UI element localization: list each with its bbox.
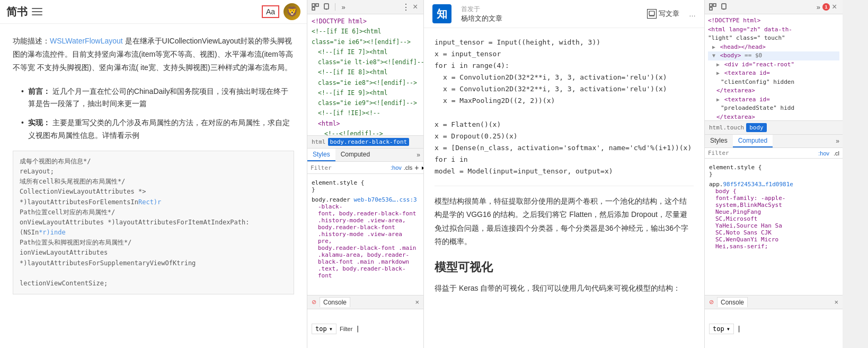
css-prop-3: .history-mode .view-area, (312, 217, 419, 224)
css-prop-6: body.reader-black-font .main (312, 245, 419, 251)
css-source-link[interactable]: web-b70e536….css:3 (353, 196, 417, 203)
code-line: Path位置头和脚视图对应的布局属性*/ (20, 238, 287, 248)
right-console-top-dropdown[interactable]: top ▾ (709, 324, 734, 334)
article2-text2: 得益于 Keras 自带的可视化，我们可以使用几句代码来可视化模型的结构： (435, 282, 694, 295)
code-line-3: for i in range(4): (435, 60, 694, 72)
code-line-11: model = Model(input=input_tensor, output… (435, 166, 694, 177)
code-block: 成每个视图的布局信息*/ reLayout; 域所有cell和头尾视图的布局属性… (13, 151, 294, 294)
left-header: 简书 Aa 🦁 (0, 0, 307, 24)
right-css-app-selector: app. (709, 181, 723, 188)
svg-rect-10 (722, 4, 726, 9)
right-breadcrumb-html[interactable]: html.touch (709, 124, 744, 131)
zhihu-logo: 知 (432, 4, 451, 23)
html-line-doctype: <!DOCTYPE html> (307, 16, 423, 27)
right-more-btn[interactable]: » (817, 3, 820, 11)
console-top-label: top (315, 325, 327, 333)
console-block-icon: ⊘ (312, 299, 316, 306)
right-css-sc: SC,Microsoft (709, 215, 838, 222)
css-selector-element: element.style { (312, 179, 419, 186)
console-top-dropdown[interactable]: top ▾ (312, 324, 336, 334)
article-intro-text: 功能描述：WSLWaterFlowLayout 是在继承于UICollectio… (13, 34, 294, 75)
code-snippet: input_tensor = Input((height, width, 3))… (435, 37, 694, 177)
bullet-1-label: 前言： (28, 87, 50, 95)
more-tools-btn[interactable]: » (339, 2, 348, 12)
filter-cls-btn[interactable]: .cls (404, 164, 413, 171)
code-line-4: x = Convolution2D(32*2**i, 3, 3, activat… (435, 72, 694, 83)
right-tab-computed[interactable]: Computed (733, 135, 773, 147)
console-tab-left[interactable]: Console (320, 297, 350, 307)
html-line-notie: <!--[if !IE]><!-- (307, 108, 423, 118)
right-css-font-family: font-family: -apple- (709, 195, 838, 202)
breadcrumb-bar: html body.reader-black-font (307, 135, 423, 149)
css-prop-7: .kalamu-area, body.reader- (312, 251, 419, 258)
right-console-prompt[interactable]: | (737, 325, 838, 333)
right-css-block-element: element.style { } (709, 164, 838, 178)
right-breadcrumb: html.touch body (705, 120, 843, 135)
device-icon[interactable] (322, 2, 332, 12)
svg-rect-2 (316, 4, 318, 6)
code-link-1[interactable]: Rect)r (138, 198, 161, 206)
code-link-2[interactable]: *r)inde (39, 229, 66, 236)
tab-styles[interactable]: Styles (307, 149, 335, 161)
filter-input[interactable] (311, 164, 388, 171)
right-inspect-icon[interactable] (708, 2, 718, 12)
right-tabs-more[interactable]: » (836, 137, 839, 145)
console-filter-btn[interactable]: Filter (340, 326, 352, 332)
inspect-icon[interactable] (311, 2, 320, 12)
right-css-body: body { (709, 188, 838, 195)
right-console-body: top ▾ | (705, 309, 843, 348)
console-prompt[interactable]: | (356, 325, 419, 333)
code-tring: tring (176, 259, 196, 267)
html-line-html: <html> (307, 119, 423, 129)
code-line: ionViewLayoutAttributes *)layoutAttribut… (20, 248, 287, 268)
r-html-line: "light" class=" touch" (708, 34, 839, 43)
devtools-close-button[interactable]: × (413, 3, 420, 11)
right-filter-hov[interactable]: :hov (818, 150, 829, 156)
console-body-left: top ▾ Filter | (307, 309, 423, 348)
html-line-ie8b: class="ie ie8"><![endif]--> (307, 78, 423, 88)
menu-icon[interactable] (32, 8, 42, 15)
more-btn[interactable]: … (689, 10, 696, 18)
write-btn[interactable]: 写文章 (647, 9, 679, 19)
right-styles-tabs: Styles Computed » (705, 135, 843, 148)
right-filter-bar: :hov .cl (705, 148, 843, 159)
right-close-button[interactable]: × (832, 3, 839, 11)
right-console-close[interactable]: × (834, 298, 838, 306)
console-close-left[interactable]: × (415, 298, 419, 306)
devtools-menu-icon[interactable]: ⋮ (401, 2, 411, 12)
breadcrumb-html[interactable]: html (312, 138, 326, 145)
author-name[interactable]: 杨培文的文章 (461, 14, 502, 23)
right-device-icon[interactable] (720, 2, 729, 12)
html-line-ie7: <!--[if IE 7]><html (307, 47, 423, 57)
filter-plus-btn[interactable]: + (414, 163, 419, 172)
right-console-tab[interactable]: Console (717, 297, 748, 307)
r-html-body-selected[interactable]: ▼ <body> == $0 (708, 51, 839, 60)
right-styles-panel: element.style { } app.98f5f245343…f1d098… (705, 159, 843, 295)
code-line-10: x = [Dense(n_class, activation='softmax'… (435, 142, 694, 166)
right-filter-input[interactable] (708, 150, 816, 156)
right-css-block-app: app.98f5f245343…f1d0981e body { font-fam… (709, 181, 838, 250)
article-link[interactable]: WSLWaterFlowLayout (50, 37, 123, 45)
right-css-wq: SC,WenQuanYi Micro (709, 236, 838, 243)
breadcrumb-body[interactable]: body.reader-black-font (328, 138, 410, 146)
right-dropdown-arrow: ▾ (727, 325, 730, 333)
right-filter-cls[interactable]: .cl (834, 150, 839, 156)
right-css-source-link[interactable]: 98f5f245343…f1d0981e (723, 181, 793, 188)
r-html-line: ▶ <div id="react-root" (708, 60, 839, 69)
right-css-brace: } (709, 171, 838, 178)
r-html-line: </textarea> (708, 113, 839, 121)
tabs-more-btn[interactable]: » (417, 151, 420, 159)
right-breadcrumb-body-active[interactable]: body (746, 123, 767, 132)
svg-rect-1 (312, 7, 315, 10)
font-size-button[interactable]: Aa (262, 5, 279, 18)
filter-hov-btn[interactable]: :hov (391, 164, 402, 171)
avatar[interactable]: 🦁 (284, 3, 300, 20)
css-prop-2: font, body.reader-black-font (312, 210, 419, 217)
code-line: onViewLayoutAttributes *)layoutAttribute… (20, 218, 287, 238)
left-article-panel: 简书 Aa 🦁 功能描述：WSLWaterFlowLayout 是在继承于UIC… (0, 0, 307, 348)
right-tab-styles[interactable]: Styles (705, 135, 733, 147)
bullet-1-text: 前言： 近几个月一直在忙公司的ChinaDaily和国务院项目，没有抽出时现在终… (28, 85, 294, 111)
tab-computed[interactable]: Computed (335, 149, 375, 161)
devtools-right-toolbar: » 1 × (705, 0, 843, 14)
css-block-element-style: element.style { } (312, 179, 419, 193)
